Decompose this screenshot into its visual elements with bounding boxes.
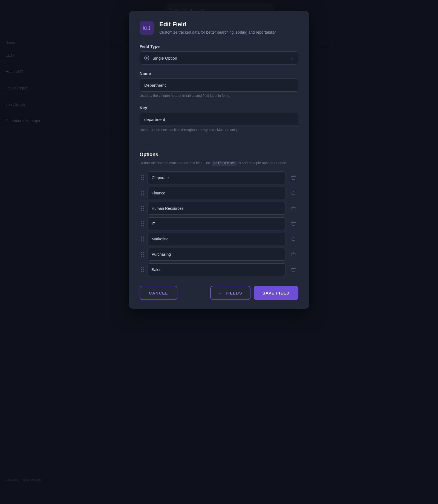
select-box[interactable]: Single Option ⌄	[140, 51, 298, 65]
drag-dots	[141, 252, 144, 257]
delete-marketing-button[interactable]	[289, 234, 298, 244]
delete-corporate-button[interactable]	[289, 173, 298, 183]
key-label: Key	[140, 105, 298, 110]
option-row-corporate	[140, 171, 298, 184]
modal-header: Edit Field Customize tracked data for be…	[140, 21, 298, 35]
option-input-corporate[interactable]	[148, 171, 286, 184]
radio-inner	[146, 57, 148, 59]
option-row-purchasing	[140, 248, 298, 261]
options-hint-prefix: Define the options available for this fi…	[140, 161, 212, 165]
option-input-finance[interactable]	[148, 187, 286, 199]
option-input-it[interactable]	[148, 217, 286, 230]
save-field-button[interactable]: SAVE FIELD	[254, 286, 298, 300]
key-hint: Used to reference this field throughout …	[140, 128, 298, 132]
drag-handle[interactable]	[140, 266, 145, 273]
delete-sales-button[interactable]	[289, 265, 298, 275]
option-input-hr[interactable]	[148, 202, 286, 215]
svg-rect-2	[292, 177, 295, 179]
option-row-marketing	[140, 233, 298, 245]
modal-footer: CANCEL ← FIELDS SAVE FIELD	[140, 286, 298, 300]
option-input-marketing[interactable]	[148, 233, 286, 245]
drag-handle[interactable]	[140, 205, 145, 212]
drag-dots	[141, 267, 144, 272]
svg-rect-1	[145, 27, 147, 29]
option-input-sales[interactable]	[148, 263, 286, 276]
key-input[interactable]	[140, 113, 298, 126]
options-list	[140, 171, 298, 276]
modal-title: Edit Field	[159, 21, 276, 28]
svg-rect-18	[292, 238, 295, 241]
footer-center-buttons: ← FIELDS SAVE FIELD	[210, 286, 298, 300]
drag-dots	[141, 221, 144, 226]
options-hint-suffix: to add multiple options at once.	[237, 161, 287, 165]
field-type-select[interactable]: Single Option ⌄	[140, 51, 298, 65]
options-hint-code: Shift+Enter	[212, 161, 237, 166]
delete-it-button[interactable]	[289, 219, 298, 229]
modal-subtitle: Customize tracked data for better search…	[159, 30, 276, 35]
drag-handle[interactable]	[140, 220, 145, 227]
radio-icon	[144, 56, 149, 60]
key-section: Key Used to reference this field through…	[140, 105, 298, 137]
option-input-purchasing[interactable]	[148, 248, 286, 261]
modal-title-block: Edit Field Customize tracked data for be…	[159, 21, 276, 35]
field-type-value: Single Option	[152, 56, 177, 60]
edit-field-modal: Edit Field Customize tracked data for be…	[129, 11, 309, 309]
drag-handle[interactable]	[140, 174, 145, 181]
chevron-down-icon: ⌄	[290, 56, 294, 61]
name-hint: Used as the column header in tables and …	[140, 94, 298, 98]
drag-dots	[141, 206, 144, 211]
field-type-label: Field Type	[140, 44, 298, 49]
cancel-button[interactable]: CANCEL	[140, 286, 177, 300]
name-label: Name	[140, 71, 298, 76]
options-section: Options Define the options available for…	[140, 152, 298, 279]
delete-finance-button[interactable]	[289, 188, 298, 198]
svg-rect-26	[292, 269, 295, 271]
option-row-finance	[140, 187, 298, 199]
drag-dots	[141, 175, 144, 180]
options-hint: Define the options available for this fi…	[140, 160, 298, 166]
delete-purchasing-button[interactable]	[289, 249, 298, 259]
option-row-it	[140, 217, 298, 230]
select-left: Single Option	[144, 56, 177, 60]
svg-rect-6	[292, 192, 295, 195]
modal-icon	[140, 21, 154, 35]
drag-dots	[141, 237, 144, 241]
divider	[140, 145, 298, 145]
drag-handle[interactable]	[140, 251, 145, 258]
drag-handle[interactable]	[140, 235, 145, 243]
svg-rect-10	[292, 207, 295, 210]
fields-arrow-icon: ←	[218, 291, 223, 295]
svg-rect-22	[292, 253, 295, 256]
options-title: Options	[140, 152, 298, 158]
drag-dots	[141, 191, 144, 196]
delete-hr-button[interactable]	[289, 203, 298, 213]
fields-button[interactable]: ← FIELDS	[210, 286, 250, 300]
svg-rect-14	[292, 223, 295, 225]
fields-button-label: FIELDS	[226, 291, 242, 295]
drag-handle[interactable]	[140, 190, 145, 197]
field-type-section: Field Type Single Option ⌄	[140, 44, 298, 65]
name-input[interactable]	[140, 78, 298, 92]
option-row-hr	[140, 202, 298, 215]
option-row-sales	[140, 263, 298, 276]
name-section: Name Used as the column header in tables…	[140, 71, 298, 103]
